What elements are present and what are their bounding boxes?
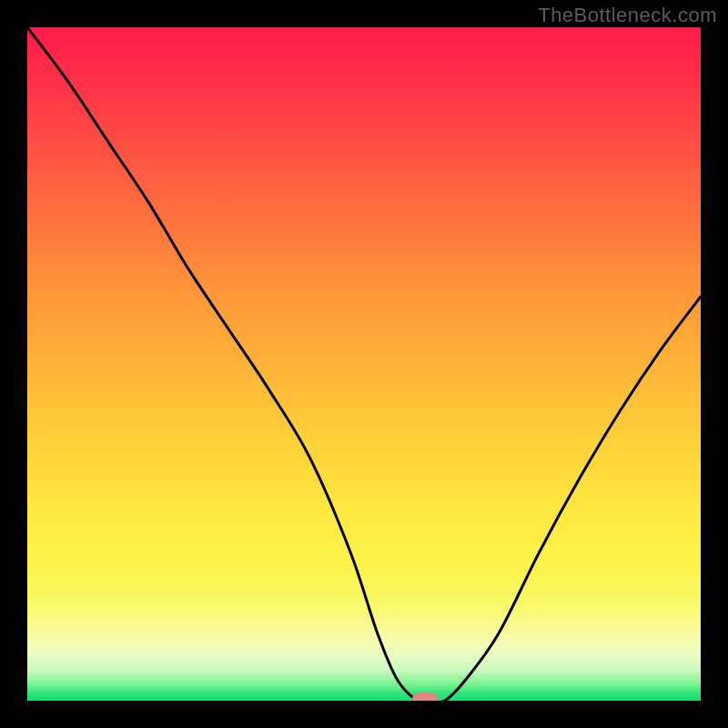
curve-path [27,27,701,701]
bottleneck-curve [27,27,701,701]
plot-area [27,27,701,701]
optimal-marker [412,693,438,701]
watermark-text: TheBottleneck.com [538,4,717,27]
chart-frame: TheBottleneck.com [0,0,728,728]
